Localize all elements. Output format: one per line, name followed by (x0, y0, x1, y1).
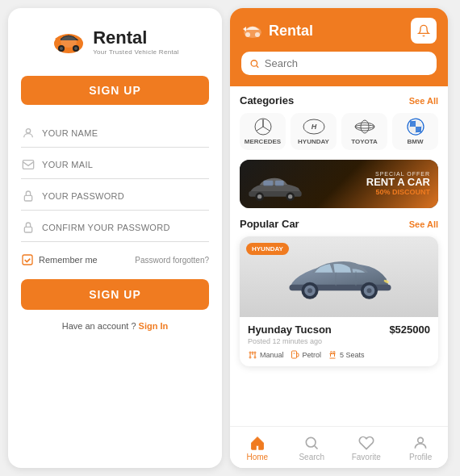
svg-point-33 (288, 194, 292, 198)
bottom-nav: Home Search Favorite Pr (230, 426, 448, 468)
spec-fuel: Petrol (291, 350, 322, 360)
promo-discount-text: 50% DISCOUNT (366, 189, 430, 197)
hyundai-logo: H (301, 118, 327, 136)
name-field-row (21, 119, 209, 148)
categories-row: MERCEDES H HYUNDAY (240, 113, 438, 150)
svg-point-5 (74, 47, 77, 50)
category-hyunday[interactable]: H HYUNDAY (291, 113, 337, 150)
name-input[interactable] (42, 128, 209, 138)
svg-point-21 (355, 123, 374, 131)
signin-link[interactable]: Sign In (139, 321, 169, 331)
car-card[interactable]: HYUNDAY (240, 236, 438, 366)
svg-point-20 (361, 120, 369, 133)
svg-point-52 (418, 437, 424, 443)
have-account-text: Have an account ? Sign In (62, 321, 168, 331)
svg-point-22 (355, 125, 374, 128)
popular-section: Popular Car See All HYUNDAY (240, 218, 438, 366)
signup-button[interactable]: SIGN UP (21, 279, 209, 310)
seats-icon (328, 350, 337, 360)
mercedes-label: MERCEDES (245, 138, 281, 145)
svg-point-44 (252, 352, 253, 353)
nav-profile[interactable]: Profile (394, 432, 449, 465)
promo-special-text: SPECIAL OFFER (366, 171, 430, 177)
popular-title: Popular Car (240, 218, 299, 230)
car-posted: Posted 12 minutes ago (248, 337, 430, 345)
car-name-price: Hyunday Tucson $525000 (248, 324, 430, 336)
profile-icon (412, 435, 429, 451)
hyunday-label: HYUNDAY (298, 138, 329, 145)
logo-icon (51, 24, 86, 60)
app-logo-text: Rental (269, 23, 313, 40)
remember-row: Remember me Password forgotten? (21, 253, 209, 266)
svg-point-16 (251, 60, 257, 65)
svg-rect-26 (416, 127, 421, 132)
brand-badge: HYUNDAY (246, 243, 289, 255)
promo-main-title: RENT A CAR (366, 177, 430, 188)
svg-rect-10 (24, 227, 31, 232)
car-specs: Manual Petrol (248, 350, 430, 360)
promo-car-image (245, 168, 309, 208)
category-bmw[interactable]: BMW (392, 113, 438, 150)
mail-icon (21, 157, 36, 172)
svg-rect-25 (410, 121, 416, 127)
logo-text-area: Rental Your Trusted Vehicle Rental (93, 28, 179, 55)
transmission-icon (248, 350, 257, 360)
logo-title: Rental (93, 28, 179, 48)
logo-area: Rental Your Trusted Vehicle Rental (51, 24, 179, 60)
app-logo-icon (241, 19, 264, 42)
nav-search[interactable]: Search (285, 432, 340, 465)
remember-label: Remember me (39, 255, 98, 265)
svg-rect-8 (23, 161, 33, 169)
spec-seats: 5 Seats (328, 350, 365, 360)
svg-point-4 (60, 47, 63, 50)
svg-point-31 (257, 194, 261, 198)
categories-header: Categories See All (240, 94, 438, 106)
forgot-password-link[interactable]: Password forgotten? (135, 256, 209, 265)
svg-rect-27 (416, 121, 421, 127)
app-header: Rental (230, 8, 448, 86)
svg-point-39 (307, 288, 312, 293)
svg-point-47 (254, 357, 256, 358)
svg-text:H: H (311, 123, 316, 131)
search-bar[interactable] (241, 52, 437, 75)
svg-rect-34 (263, 181, 273, 186)
nav-search-icon (303, 435, 320, 451)
svg-point-51 (307, 437, 316, 447)
popular-see-all[interactable]: See All (409, 219, 438, 229)
car-price: $525000 (389, 324, 430, 336)
bmw-label: BMW (408, 138, 424, 145)
category-mercedes[interactable]: MERCEDES (240, 113, 286, 150)
categories-title: Categories (240, 94, 294, 106)
svg-point-14 (255, 32, 260, 37)
lock-icon (21, 189, 36, 203)
promo-banner[interactable]: SPECIAL OFFER RENT A CAR 50% DISCOUNT (240, 160, 438, 208)
nav-home[interactable]: Home (230, 432, 285, 465)
password-input[interactable] (42, 191, 209, 201)
signup-panel: Rental Your Trusted Vehicle Rental SIGN … (8, 8, 222, 468)
notification-bell-button[interactable] (411, 18, 437, 44)
svg-point-50 (333, 352, 335, 353)
svg-point-43 (249, 352, 251, 353)
category-toyota[interactable]: TOYOTA (341, 113, 387, 150)
password-field-row (21, 182, 209, 211)
nav-favorite-label: Favorite (352, 453, 381, 461)
signup-tab-label: SIGN UP (21, 76, 209, 105)
svg-point-13 (245, 32, 250, 37)
toyota-logo (352, 118, 378, 136)
nav-favorite[interactable]: Favorite (339, 432, 394, 465)
nav-home-label: Home (246, 453, 268, 461)
search-input[interactable] (265, 57, 429, 69)
lock2-icon (21, 220, 36, 235)
remember-me-area: Remember me (21, 253, 98, 266)
categories-see-all[interactable]: See All (409, 96, 438, 106)
heart-icon (358, 435, 374, 451)
fuel-icon (291, 350, 300, 360)
checkbox-icon[interactable] (21, 253, 34, 266)
confirm-password-input[interactable] (42, 223, 209, 232)
confirm-password-field-row (21, 214, 209, 242)
email-input[interactable] (42, 160, 209, 169)
header-top: Rental (241, 18, 437, 44)
promo-text-area: SPECIAL OFFER RENT A CAR 50% DISCOUNT (366, 171, 430, 196)
nav-profile-label: Profile (409, 453, 432, 461)
logo-subtitle: Your Trusted Vehicle Rental (93, 48, 179, 56)
